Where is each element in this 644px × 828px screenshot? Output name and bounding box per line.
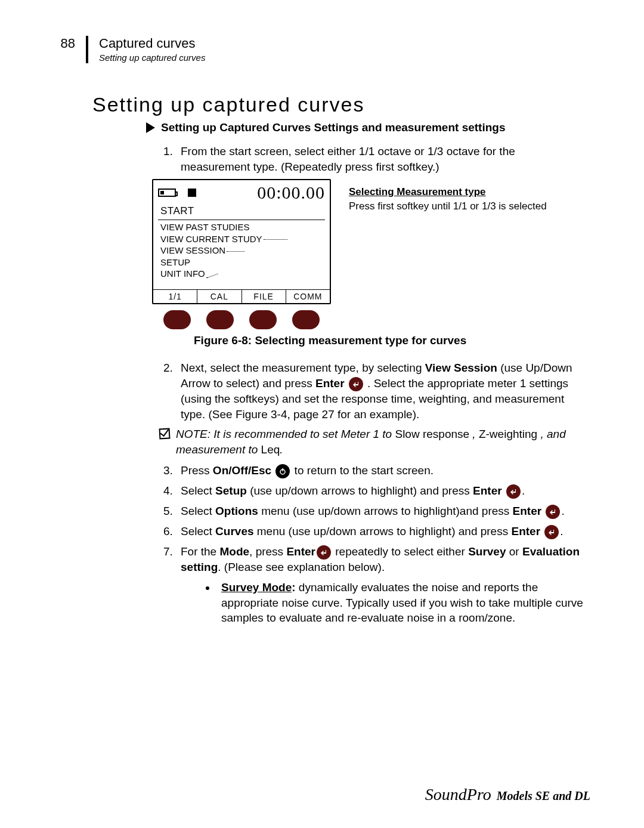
softlabel-1: 1/1 (153, 290, 197, 303)
menu-setup: SETUP (160, 257, 325, 268)
step-2: Next, select the measurement type, by se… (176, 360, 584, 422)
page-header: 88 Captured curves Setting up captured c… (54, 36, 590, 63)
softkey-1[interactable] (163, 310, 191, 329)
step-5: Select Options menu (use up/down arrows … (176, 503, 584, 519)
callout: Selecting Measurement type Press first s… (349, 179, 547, 214)
step-4: Select Setup (use up/down arrows to high… (176, 483, 584, 499)
step-7: For the Mode, press Enter repeatedly to … (176, 544, 584, 626)
battery-icon (158, 189, 176, 197)
triangle-right-icon (146, 122, 155, 133)
callout-title: Selecting Measurement type (349, 185, 547, 199)
enter-icon (349, 377, 363, 391)
stop-icon (188, 189, 196, 197)
enter-icon (506, 484, 521, 499)
checkbox-icon (159, 428, 171, 440)
section-subtitle: Setting up captured curves (99, 52, 205, 63)
step-6: Select Curves menu (use up/down arrows t… (176, 524, 584, 539)
page-number: 88 (54, 36, 75, 51)
survey-mode-bullet: Survey Mode: dynamically evaluates the n… (216, 580, 584, 626)
softkey-2[interactable] (206, 310, 234, 329)
figure-row: 00:00.00 START VIEW PAST STUDIES VIEW CU… (152, 179, 590, 329)
footer-models: Models SE and DL (494, 789, 590, 802)
timer-display: 00:00.00 (257, 183, 325, 203)
menu-unit-info: UNIT INFO (160, 268, 325, 280)
softlabel-3: FILE (242, 290, 286, 303)
power-icon (275, 464, 290, 478)
softkey-4[interactable] (292, 310, 320, 329)
device-screen: 00:00.00 START VIEW PAST STUDIES VIEW CU… (152, 179, 331, 304)
note: NOTE: It is recommended to set Meter 1 t… (159, 427, 590, 457)
softkeys-row (152, 310, 331, 329)
subheading: Setting up Captured Curves Settings and … (161, 121, 506, 134)
menu-view-past: VIEW PAST STUDIES (160, 221, 325, 233)
step-3: Press On/Off/Esc to return to the start … (176, 463, 584, 478)
enter-icon (544, 525, 559, 539)
menu-view-session: VIEW SESSION (160, 245, 325, 257)
figure-caption: Figure 6-8: Selecting measurement type f… (194, 334, 590, 347)
menu-start: START (158, 203, 325, 218)
footer-brand: SoundPro (425, 785, 491, 804)
main-heading: Setting up captured curves (92, 93, 590, 116)
callout-text: Press first softkey until 1/1 or 1/3 is … (349, 199, 547, 214)
chapter-title: Captured curves (99, 36, 205, 51)
page-footer: SoundPro Models SE and DL (425, 785, 590, 804)
header-divider (86, 36, 88, 63)
menu-view-current: VIEW CURRENT STUDY (160, 233, 325, 245)
softlabel-4: COMM (286, 290, 330, 303)
enter-icon (546, 505, 560, 519)
softlabel-2: CAL (197, 290, 242, 303)
softkey-3[interactable] (249, 310, 277, 329)
enter-icon (317, 545, 331, 560)
step-1: From the start screen, select either 1/1… (176, 144, 584, 174)
